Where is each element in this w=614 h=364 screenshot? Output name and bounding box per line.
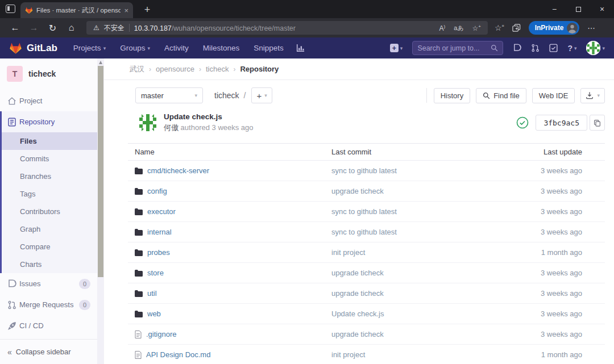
sidebar-scrollbar[interactable] (97, 58, 104, 364)
nav-item-activity[interactable]: Activity (164, 44, 189, 52)
sidebar-item-branches[interactable]: Branches (2, 168, 97, 185)
settings-menu-icon[interactable]: ⋯ (587, 23, 596, 32)
sidebar-item-project[interactable]: Project (0, 90, 97, 111)
sidebar-item-charts[interactable]: Charts (2, 256, 97, 273)
sidebar-item-merge-requests[interactable]: Merge Requests 0 (0, 294, 97, 315)
branch-selector[interactable]: master ▾ (135, 87, 203, 103)
nav-item-snippets[interactable]: Snippets (254, 44, 284, 52)
commit-message-link[interactable]: init project (331, 248, 365, 257)
commit-message-link[interactable]: sync to github latest (331, 207, 397, 216)
nav-item-label: Groups (120, 44, 145, 52)
breadcrumb-separator: › (149, 65, 151, 73)
new-dropdown-button[interactable]: + ▾ (390, 44, 403, 52)
sidebar-item-compare[interactable]: Compare (2, 238, 97, 256)
file-name-cell: executor (128, 207, 331, 216)
last-update-time: 3 weeks ago (541, 166, 582, 175)
file-link-internal[interactable]: internal (147, 228, 172, 236)
sidebar-item-files[interactable]: Files (2, 132, 97, 150)
breadcrumb-link-ticheck[interactable]: ticheck (206, 65, 229, 73)
gitlab-brand[interactable]: GitLab (9, 41, 57, 55)
commit-message-link[interactable]: sync to github latest (331, 228, 397, 236)
download-button[interactable]: ▾ (580, 88, 605, 103)
sidebar-item-graph[interactable]: Graph (2, 220, 97, 238)
scrollbar-thumb[interactable] (98, 66, 103, 277)
gitlab-brand-name: GitLab (27, 43, 57, 54)
commit-message-link[interactable]: upgrade ticheck (331, 289, 384, 298)
add-file-button[interactable]: + ▾ (251, 87, 272, 103)
close-button[interactable]: × (590, 0, 614, 18)
commit-message-link[interactable]: init project (331, 350, 365, 359)
favorites-icon[interactable]: ☆≡ (495, 23, 504, 32)
commit-message-link[interactable]: upgrade ticheck (331, 269, 384, 277)
read-aloud-icon[interactable]: A) (439, 24, 445, 32)
sidebar-item-contributors[interactable]: Contributors (2, 203, 97, 220)
merge-requests-nav-icon[interactable] (531, 44, 540, 52)
file-name-cell: store (128, 269, 331, 277)
workspaces-icon[interactable] (6, 5, 15, 13)
file-link-store[interactable]: store (147, 269, 164, 277)
home-icon[interactable]: ⌂ (62, 20, 81, 36)
nav-item-groups[interactable]: Groups▾ (120, 44, 150, 52)
maximize-button[interactable] (566, 0, 590, 18)
commit-message-link[interactable]: upgrade ticheck (331, 187, 384, 195)
collections-icon[interactable] (512, 24, 521, 32)
address-bar[interactable]: ⚠ 不安全 10.3.70.187/wuhan/opensource/tiche… (86, 21, 488, 35)
project-header[interactable]: T ticheck (0, 58, 97, 90)
commit-message-link[interactable]: Update check.js (331, 309, 384, 318)
web-ide-button[interactable]: Web IDE (532, 88, 575, 103)
instance-statistics-icon[interactable] (296, 44, 305, 52)
user-menu[interactable]: ▾ (586, 41, 605, 55)
find-file-button[interactable]: Find file (476, 88, 526, 103)
collapse-sidebar-button[interactable]: « Collapse sidebar (0, 339, 97, 364)
inprivate-badge[interactable]: InPrivate (529, 21, 580, 35)
back-icon[interactable]: ← (6, 20, 24, 36)
breadcrumb: 武汉›opensource›ticheck›Repository (104, 58, 614, 80)
refresh-icon[interactable]: ↻ (43, 20, 62, 36)
sidebar-item-tags[interactable]: Tags (2, 185, 97, 203)
help-menu[interactable]: ? ▾ (567, 44, 576, 53)
copy-sha-button[interactable] (590, 115, 605, 131)
translate-icon[interactable]: aあ (454, 24, 463, 32)
breadcrumb-link-crumb0[interactable]: 武汉 (130, 64, 144, 74)
commit-message-link[interactable]: sync to github latest (331, 166, 397, 175)
browser-tab[interactable]: Files · master · 武汉 / opensourc × (20, 2, 133, 18)
nav-item-milestones[interactable]: Milestones (203, 44, 240, 52)
repository-subitems: FilesCommitsBranchesTagsContributorsGrap… (2, 132, 97, 273)
commit-author-link[interactable]: 何傲 (164, 123, 179, 132)
add-favorite-icon[interactable]: ☆+ (472, 24, 481, 32)
sidebar-item-ci-cd[interactable]: CI / CD (0, 315, 97, 336)
nav-item-projects[interactable]: Projects▾ (73, 44, 106, 52)
security-label[interactable]: 不安全 (104, 23, 125, 33)
todos-nav-icon[interactable] (549, 44, 558, 52)
sidebar-item-commits[interactable]: Commits (2, 150, 97, 168)
chevron-down-icon: ▾ (400, 45, 403, 51)
commit-meta: 何傲 authored 3 weeks ago (164, 123, 254, 133)
sidebar-item-repository[interactable]: Repository (2, 111, 97, 132)
file-link-web[interactable]: web (147, 309, 161, 318)
commit-message-link[interactable]: upgrade ticheck (331, 330, 384, 338)
file-link-config[interactable]: config (147, 187, 167, 195)
sidebar-item-issues[interactable]: Issues 0 (0, 273, 97, 294)
path-root-link[interactable]: ticheck (214, 91, 239, 100)
file-link-api-design-doc-md[interactable]: API Design Doc.md (146, 350, 210, 359)
history-button[interactable]: History (434, 88, 470, 103)
file-link-executor[interactable]: executor (147, 207, 176, 216)
commit-sha[interactable]: 3fbc9ac5 (536, 115, 587, 131)
file-link-cmd-ticheck-server[interactable]: cmd/ticheck-server (147, 166, 209, 175)
file-link-probes[interactable]: probes (147, 248, 170, 257)
global-search[interactable] (412, 41, 503, 55)
gitlab-nav-items: Projects▾Groups▾ActivityMilestonesSnippe… (73, 44, 284, 52)
commit-author-avatar[interactable] (138, 113, 157, 132)
tab-close-icon[interactable]: × (124, 7, 128, 14)
file-link-gitignore[interactable]: .gitignore (146, 330, 176, 338)
breadcrumb-link-opensource[interactable]: opensource (156, 65, 194, 73)
commit-title-link[interactable]: Update check.js (164, 112, 254, 121)
scrollbar-up-arrow[interactable] (99, 61, 102, 64)
minimize-button[interactable]: − (542, 0, 566, 18)
new-tab-button[interactable]: + (140, 2, 155, 17)
file-link-util[interactable]: util (147, 289, 157, 298)
issues-nav-icon[interactable] (513, 44, 521, 52)
search-input[interactable] (417, 44, 491, 52)
forward-icon[interactable]: → (24, 20, 43, 36)
pipeline-status-icon[interactable] (516, 116, 529, 129)
